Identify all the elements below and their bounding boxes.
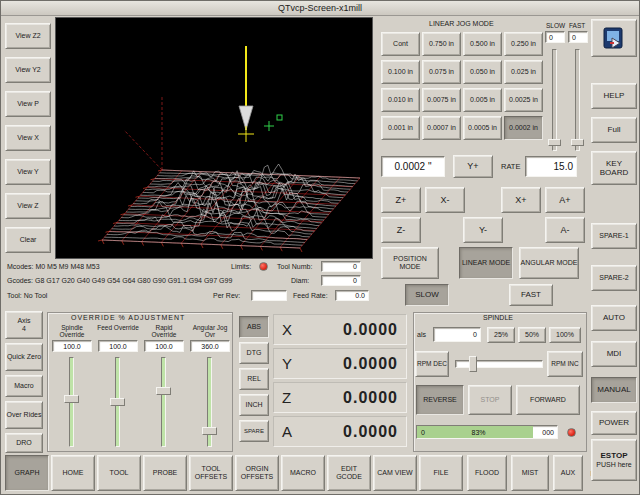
jog-inc-0001[interactable]: 0.001 in xyxy=(381,116,420,140)
position-mode-button[interactable]: POSITION MODE xyxy=(381,247,439,279)
view-z-button[interactable]: View Z xyxy=(5,193,51,219)
rate-value: 15.0 xyxy=(525,156,577,177)
tab-over-rides[interactable]: Over Rides xyxy=(5,401,43,429)
feed-override-handle[interactable] xyxy=(110,398,125,406)
jog-x-plus-button[interactable]: X+ xyxy=(501,187,541,213)
jog-inc-0750[interactable]: 0.750 in xyxy=(422,32,461,56)
spindle-reverse-button[interactable]: REVERSE xyxy=(416,385,464,415)
jog-inc-cont[interactable]: Cont xyxy=(381,32,420,56)
jog-inc-00002[interactable]: 0.0002 in xyxy=(504,116,543,140)
jog-inc-0005[interactable]: 0.005 in xyxy=(463,88,502,112)
dtg-button[interactable]: DTG xyxy=(239,342,269,364)
jog-y-plus-button[interactable]: Y+ xyxy=(453,155,493,178)
spindle-50pct-button[interactable]: 50% xyxy=(518,327,546,343)
auto-button[interactable]: AUTO xyxy=(591,305,637,331)
tab-probe[interactable]: PROBE xyxy=(143,455,187,491)
tab-axis-4[interactable]: Axis 4 xyxy=(5,311,43,339)
tab-cam-view[interactable]: CAM VIEW xyxy=(373,455,417,491)
mist-button[interactable]: MIST xyxy=(511,455,549,491)
tab-graph[interactable]: GRAPH xyxy=(5,455,49,491)
rel-button[interactable]: REL xyxy=(239,368,269,390)
full-button[interactable]: Full xyxy=(591,117,637,143)
jog-y-minus-button[interactable]: Y- xyxy=(463,217,503,243)
jog-inc-00025[interactable]: 0.0025 in xyxy=(504,88,543,112)
view-y2-button[interactable]: View Y2 xyxy=(5,57,51,83)
view-x-button[interactable]: View X xyxy=(5,125,51,151)
dro-value-z: 0.0000 xyxy=(304,389,398,407)
rapid-override-handle[interactable] xyxy=(156,387,171,395)
tab-macro[interactable]: Macro xyxy=(5,375,43,397)
keyboard-button[interactable]: KEY BOARD xyxy=(591,151,637,185)
jog-fast-button[interactable]: FAST xyxy=(509,284,553,306)
jog-panel-title: LINEAR JOG MODE xyxy=(429,20,494,27)
mdi-button[interactable]: MDI xyxy=(591,341,637,367)
spindle-bar-min: 0 xyxy=(421,429,425,436)
tab-edit-gcode[interactable]: EDIT GCODE xyxy=(327,455,371,491)
jog-fast-slider[interactable] xyxy=(575,49,580,151)
gremlin-3d-view[interactable] xyxy=(55,17,373,259)
dro-value-a: 0.0000 xyxy=(304,423,398,441)
spindle-100pct-button[interactable]: 100% xyxy=(549,327,581,343)
view-p-button[interactable]: View P xyxy=(5,91,51,117)
angular-mode-button[interactable]: ANGULAR MODE xyxy=(519,247,579,279)
jog-slow-slider-handle[interactable] xyxy=(548,139,561,146)
spindle-override-handle[interactable] xyxy=(64,395,79,403)
abs-button[interactable]: ABS xyxy=(239,316,269,338)
jog-a-plus-button[interactable]: A+ xyxy=(545,187,585,213)
spindle-forward-button[interactable]: FORWARD xyxy=(516,385,580,415)
jog-inc-0025[interactable]: 0.025 in xyxy=(504,60,543,84)
jog-inc-00075[interactable]: 0.0075 in xyxy=(422,88,461,112)
tool-num-value: 0 xyxy=(321,261,361,272)
clear-button[interactable]: Clear xyxy=(5,227,51,253)
rpm-inc-button[interactable]: RPM INC xyxy=(547,351,583,377)
jog-z-plus-button[interactable]: Z+ xyxy=(381,187,421,213)
rapid-override-slider[interactable] xyxy=(161,357,166,447)
jog-z-minus-button[interactable]: Z- xyxy=(381,217,421,243)
spindle-stop-button[interactable]: STOP xyxy=(468,385,512,415)
tab-macro-bottom[interactable]: MACRO xyxy=(281,455,325,491)
tab-file[interactable]: FILE xyxy=(419,455,463,491)
spare-button[interactable]: SPARE xyxy=(239,420,269,442)
jog-slow-value: 0 xyxy=(545,31,565,43)
jog-inc-0010[interactable]: 0.010 in xyxy=(381,88,420,112)
tab-tool[interactable]: TOOL xyxy=(97,455,141,491)
inch-button[interactable]: INCH xyxy=(239,394,269,416)
tab-dro[interactable]: DRO xyxy=(5,433,43,453)
tab-quick-zero[interactable]: Quick Zero xyxy=(5,343,43,371)
jog-inc-0250[interactable]: 0.250 in xyxy=(504,32,543,56)
tab-origin-offsets[interactable]: ORGIN OFFSETS xyxy=(235,455,279,491)
flood-button[interactable]: FLOOD xyxy=(467,455,507,491)
manual-button[interactable]: MANUAL xyxy=(591,377,637,403)
angular-jog-override-value: 360.0 xyxy=(190,340,230,352)
linear-mode-button[interactable]: LINEAR MODE xyxy=(459,247,513,279)
jog-inc-0050[interactable]: 0.050 in xyxy=(463,60,502,84)
jog-inc-00005[interactable]: 0.0005 in xyxy=(463,116,502,140)
spindle-override-value: 100.0 xyxy=(52,340,92,352)
jog-inc-0500[interactable]: 0.500 in xyxy=(463,32,502,56)
tab-home[interactable]: HOME xyxy=(51,455,95,491)
view-y-button[interactable]: View Y xyxy=(5,159,51,185)
jog-inc-0100[interactable]: 0.100 in xyxy=(381,60,420,84)
angular-jog-override-handle[interactable] xyxy=(202,427,217,435)
rpm-dec-button[interactable]: RPM DEC xyxy=(415,351,449,377)
spare-2-button[interactable]: SPARE-2 xyxy=(591,265,637,291)
tab-tool-offsets[interactable]: TOOL OFFSETS xyxy=(189,455,233,491)
jog-inc-00007[interactable]: 0.0007 in xyxy=(422,116,461,140)
view-z2-button[interactable]: View Z2 xyxy=(5,23,51,49)
jog-slow-button[interactable]: SLOW xyxy=(405,284,449,306)
spindle-rpm-slider-handle[interactable] xyxy=(469,356,477,372)
title-bar[interactable]: QTvcp-Screen-x1mill xyxy=(1,1,639,16)
jog-inc-0075[interactable]: 0.075 in xyxy=(422,60,461,84)
power-button[interactable]: POWER xyxy=(591,411,637,435)
jog-a-minus-button[interactable]: A- xyxy=(545,217,585,243)
estop-button[interactable]: ESTOP PUSH here xyxy=(591,439,637,481)
exit-button[interactable] xyxy=(591,19,637,57)
jog-slow-slider[interactable] xyxy=(552,49,557,151)
jog-x-minus-button[interactable]: X- xyxy=(425,187,465,213)
spare-1-button[interactable]: SPARE-1 xyxy=(591,223,637,249)
jog-fast-slider-handle[interactable] xyxy=(571,139,584,146)
window-title: QTvcp-Screen-x1mill xyxy=(278,3,362,13)
help-button[interactable]: HELP xyxy=(591,83,637,109)
aux-button[interactable]: AUX xyxy=(553,455,583,491)
spindle-25pct-button[interactable]: 25% xyxy=(487,327,515,343)
